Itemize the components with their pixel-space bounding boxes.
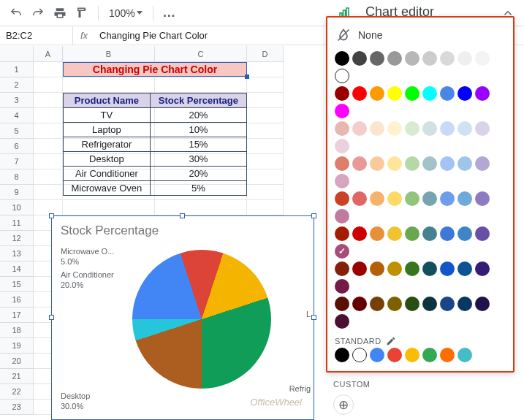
- color-swatch[interactable]: [422, 297, 437, 311]
- color-swatch[interactable]: [405, 226, 419, 241]
- color-swatch[interactable]: [457, 51, 472, 66]
- color-swatch[interactable]: [335, 139, 349, 153]
- color-swatch[interactable]: [335, 244, 349, 259]
- color-swatch[interactable]: [475, 86, 490, 101]
- color-swatch[interactable]: [370, 261, 384, 276]
- color-swatch[interactable]: [387, 51, 402, 66]
- color-swatch[interactable]: [440, 348, 455, 362]
- color-swatch[interactable]: [352, 191, 367, 206]
- cell[interactable]: [155, 200, 247, 215]
- name-box[interactable]: B2:C2: [0, 26, 73, 45]
- table-cell[interactable]: 5%: [150, 181, 246, 196]
- cell[interactable]: [63, 77, 155, 93]
- color-swatch[interactable]: [457, 121, 472, 136]
- color-swatch[interactable]: [422, 121, 437, 136]
- row-header[interactable]: 16: [0, 292, 34, 308]
- color-swatch[interactable]: [440, 297, 455, 311]
- table-cell[interactable]: Desktop: [64, 152, 151, 167]
- row-header[interactable]: 15: [0, 277, 34, 292]
- cell[interactable]: [247, 93, 284, 108]
- color-swatch[interactable]: [440, 51, 455, 66]
- row-header[interactable]: 7: [0, 154, 34, 169]
- row-header[interactable]: 19: [0, 338, 34, 354]
- color-swatch[interactable]: [387, 86, 402, 101]
- color-swatch[interactable]: [475, 51, 490, 66]
- color-swatch[interactable]: [335, 156, 349, 171]
- color-swatch[interactable]: [352, 121, 367, 136]
- color-swatch[interactable]: [352, 156, 367, 171]
- row-header[interactable]: 2: [0, 77, 34, 93]
- color-swatch[interactable]: [405, 51, 419, 66]
- cell[interactable]: [247, 200, 284, 215]
- resize-handle[interactable]: [49, 315, 54, 320]
- table-cell[interactable]: 20%: [150, 108, 246, 123]
- col-header-B[interactable]: B: [63, 46, 155, 62]
- color-swatch[interactable]: [440, 86, 455, 101]
- cell[interactable]: [63, 200, 155, 215]
- color-swatch[interactable]: [335, 261, 349, 276]
- color-swatch[interactable]: [440, 156, 455, 171]
- color-swatch[interactable]: [457, 261, 472, 276]
- row-header[interactable]: 17: [0, 308, 34, 323]
- row-header[interactable]: 9: [0, 185, 34, 200]
- resize-handle[interactable]: [311, 315, 316, 320]
- cell[interactable]: [34, 93, 63, 108]
- row-header[interactable]: 11: [0, 215, 34, 231]
- color-swatch[interactable]: [422, 226, 437, 241]
- row-header[interactable]: 5: [0, 123, 34, 139]
- row-header[interactable]: 18: [0, 323, 34, 338]
- color-swatch[interactable]: [335, 226, 349, 241]
- color-swatch[interactable]: [405, 121, 419, 136]
- color-swatch[interactable]: [370, 348, 384, 362]
- color-swatch[interactable]: [475, 191, 490, 206]
- row-header[interactable]: 20: [0, 354, 34, 369]
- color-swatch[interactable]: [370, 86, 384, 101]
- cell[interactable]: [247, 62, 284, 77]
- cell[interactable]: [34, 200, 63, 215]
- color-swatch[interactable]: [475, 226, 490, 241]
- color-swatch[interactable]: [405, 348, 419, 362]
- color-swatch[interactable]: [475, 121, 490, 136]
- color-swatch[interactable]: [405, 191, 419, 206]
- cell[interactable]: [247, 169, 284, 185]
- row-header[interactable]: 4: [0, 108, 34, 123]
- color-swatch[interactable]: [422, 348, 437, 362]
- color-swatch[interactable]: [405, 297, 419, 311]
- row-header[interactable]: 21: [0, 369, 34, 384]
- cell[interactable]: [34, 154, 63, 169]
- row-header[interactable]: 10: [0, 200, 34, 215]
- color-swatch[interactable]: [422, 156, 437, 171]
- more-icon[interactable]: …: [161, 4, 178, 22]
- cell[interactable]: [34, 169, 63, 185]
- color-swatch[interactable]: [475, 156, 490, 171]
- color-swatch[interactable]: [335, 348, 349, 362]
- color-swatch[interactable]: [387, 297, 402, 311]
- color-swatch[interactable]: [370, 156, 384, 171]
- color-swatch[interactable]: [370, 121, 384, 136]
- color-swatch[interactable]: [352, 348, 367, 362]
- cell[interactable]: [247, 123, 284, 139]
- color-swatch[interactable]: [457, 226, 472, 241]
- color-swatch[interactable]: [457, 297, 472, 311]
- title-cell-selection[interactable]: Changing Pie Chart Color: [63, 62, 247, 77]
- cell[interactable]: [34, 77, 63, 93]
- color-swatch[interactable]: [335, 191, 349, 206]
- table-cell[interactable]: Microwave Oven: [64, 181, 151, 196]
- col-header-A[interactable]: A: [34, 46, 63, 62]
- cell[interactable]: [34, 139, 63, 154]
- add-custom-color-button[interactable]: ⊕: [333, 394, 354, 415]
- color-swatch[interactable]: [457, 191, 472, 206]
- cell[interactable]: [247, 77, 284, 93]
- table-cell[interactable]: 30%: [150, 152, 246, 167]
- redo-icon[interactable]: [29, 4, 47, 22]
- color-swatch[interactable]: [335, 69, 349, 83]
- color-swatch[interactable]: [370, 226, 384, 241]
- row-header[interactable]: 13: [0, 246, 34, 261]
- color-swatch[interactable]: [457, 86, 472, 101]
- cell[interactable]: [34, 62, 63, 77]
- color-swatch[interactable]: [335, 86, 349, 101]
- table-cell[interactable]: TV: [64, 108, 151, 123]
- color-swatch[interactable]: [405, 156, 419, 171]
- color-swatch[interactable]: [352, 226, 367, 241]
- color-swatch[interactable]: [335, 104, 349, 118]
